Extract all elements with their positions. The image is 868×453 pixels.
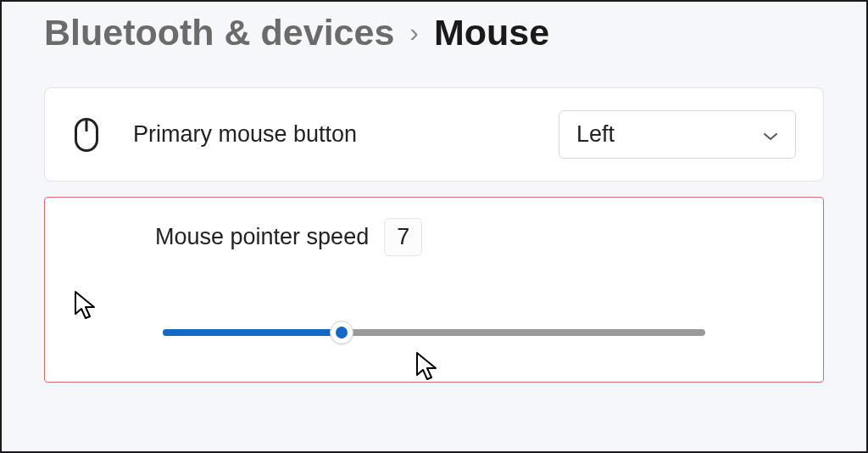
cursor-icon xyxy=(74,290,97,321)
breadcrumb-parent[interactable]: Bluetooth & devices xyxy=(44,12,394,53)
chevron-down-icon xyxy=(763,121,778,148)
mouse-pointer-speed-value: 7 xyxy=(384,218,422,256)
dropdown-selected-value: Left xyxy=(576,121,615,148)
breadcrumb-current: Mouse xyxy=(434,12,549,53)
cursor-icon xyxy=(415,351,439,382)
mouse-pointer-speed-label: Mouse pointer speed xyxy=(155,224,369,250)
primary-mouse-button-label: Primary mouse button xyxy=(133,121,526,148)
mouse-pointer-speed-slider[interactable] xyxy=(163,324,705,341)
breadcrumb: Bluetooth & devices › Mouse xyxy=(44,12,824,53)
mouse-icon xyxy=(72,118,101,152)
primary-mouse-button-dropdown[interactable]: Left xyxy=(559,110,796,159)
chevron-right-icon: › xyxy=(409,17,419,48)
primary-mouse-button-row: Primary mouse button Left xyxy=(44,87,824,182)
slider-fill xyxy=(163,329,342,336)
slider-thumb[interactable] xyxy=(330,321,353,344)
